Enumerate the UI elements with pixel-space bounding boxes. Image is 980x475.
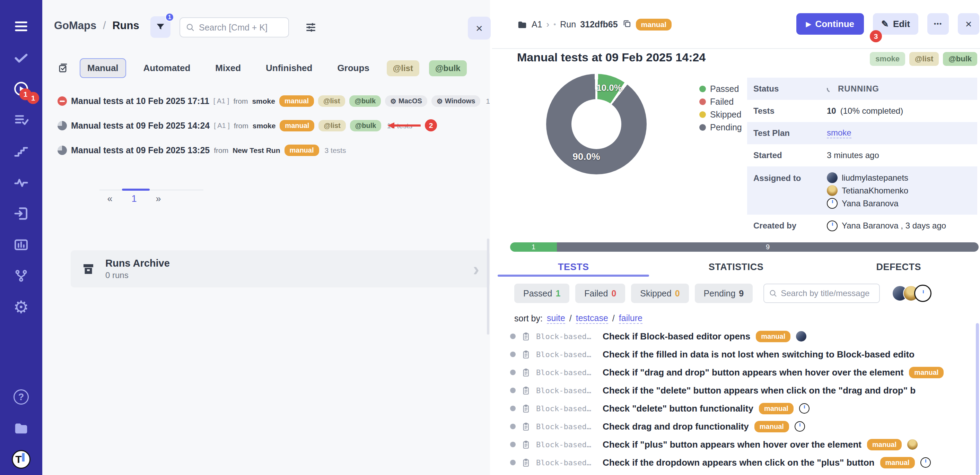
tag-manual: manual [756, 331, 791, 342]
avatar [914, 285, 931, 302]
clipboard-icon [521, 422, 531, 431]
run-type-tab[interactable]: Mixed [208, 58, 248, 78]
run-type-tab[interactable]: Manual [80, 58, 126, 78]
runs-search-input[interactable] [199, 22, 283, 33]
annotation-step-2: 2 [425, 119, 437, 131]
tag-list[interactable]: @list [909, 52, 939, 66]
steps-icon[interactable] [0, 135, 42, 167]
run-list-item[interactable]: Manual tests at 09 Feb 2025 14:24 [ A1 ]… [42, 113, 490, 138]
tag-bulk[interactable]: @bulk [943, 52, 977, 66]
more-options-button[interactable]: ••• [928, 13, 949, 35]
assignee[interactable]: liudmylastepanets [827, 171, 977, 184]
user-logo-avatar[interactable]: T▌ [0, 444, 42, 475]
test-row[interactable]: Block-based… Check if "drag and drop" bu… [510, 363, 976, 381]
run-type-tab[interactable]: Groups [329, 58, 377, 78]
playlist-check-icon[interactable] [0, 104, 42, 135]
tag-manual[interactable]: manual [280, 120, 314, 131]
sort-by-failure[interactable]: failure [619, 313, 643, 324]
breadcrumb-project[interactable]: GoMaps [54, 19, 96, 32]
branch-icon[interactable] [0, 260, 42, 292]
assignee[interactable]: Yana Baranova [827, 197, 977, 210]
copy-icon[interactable] [622, 19, 632, 30]
details-tab[interactable]: DEFECTS [818, 258, 980, 276]
test-status-dot [510, 370, 515, 375]
tag-filter-bulk[interactable]: @bulk [429, 61, 467, 76]
test-row[interactable]: Block-based… Check if Block-based editor… [510, 327, 976, 345]
tag-list[interactable]: @list [318, 120, 345, 131]
info-row-created: Created by Yana Baranova , 3 days ago [747, 215, 977, 237]
menu-icon[interactable] [0, 11, 42, 42]
sort-by-testcase[interactable]: testcase [576, 313, 608, 324]
pagination-active-indicator [122, 189, 150, 191]
status-filter-button[interactable]: Passed 1 [514, 284, 570, 303]
status-filter-button[interactable]: Skipped 0 [631, 284, 689, 303]
assignee-avatar-stack[interactable] [892, 285, 931, 302]
page-prev-button[interactable]: « [103, 193, 117, 204]
test-suite-name: Block-based… [536, 332, 595, 341]
status-filter-button[interactable]: Failed 0 [575, 284, 625, 303]
run-type-tab[interactable]: Automated [136, 58, 198, 78]
details-tab[interactable]: TESTS [492, 258, 655, 276]
folder-icon [517, 19, 527, 30]
page-number[interactable]: 1 [127, 193, 141, 204]
help-icon[interactable]: ? [0, 381, 42, 413]
test-status-dot [510, 424, 515, 429]
run-id: 312dfb65 [580, 19, 617, 29]
bar-chart-icon[interactable] [0, 229, 42, 260]
test-suite-name: Block-based… [536, 440, 595, 449]
select-all-icon[interactable] [57, 63, 68, 74]
run-list-item[interactable]: Manual tests at 09 Feb 2025 13:25 from N… [42, 138, 490, 163]
run-type-tab[interactable]: Unfinished [258, 58, 320, 78]
annotation-step-3: 3 [870, 30, 882, 42]
test-row[interactable]: Block-based… Check if the filled in data… [510, 345, 976, 363]
tests-search [764, 284, 880, 303]
avatar [920, 457, 931, 468]
status-filter-button[interactable]: Pending 9 [695, 284, 753, 303]
test-row[interactable]: Block-based… Check if "plus" button appe… [510, 435, 976, 454]
tag-manual: manual [636, 19, 672, 30]
test-plan-link[interactable]: smoke [827, 128, 851, 138]
tag-smoke[interactable]: smoke [870, 52, 905, 66]
tag-manual[interactable]: manual [279, 96, 314, 107]
continue-button[interactable]: ▶ Continue [796, 13, 864, 35]
runs-archive-card[interactable]: Runs Archive 0 runs › [71, 250, 490, 287]
filter-count-badge: 1 [165, 13, 174, 22]
tag-bulk[interactable]: @bulk [350, 120, 382, 131]
gear-icon[interactable]: ⚙ [0, 292, 42, 323]
tag-env-macos[interactable]: ⚙MacOS [385, 96, 427, 107]
test-row[interactable]: Block-based… Check "delete" button funct… [510, 399, 976, 418]
test-row[interactable]: Block-based… manual [510, 472, 976, 475]
test-row[interactable]: Block-based… Check if the "delete" butto… [510, 381, 976, 399]
tag-bulk[interactable]: @bulk [349, 96, 381, 107]
page-next-button[interactable]: » [151, 193, 165, 204]
tests-search-input[interactable] [781, 289, 874, 298]
assignee[interactable]: TetianaKhomenko [827, 184, 977, 197]
clipboard-icon [521, 350, 531, 359]
run-progress-bar: 1 9 [510, 242, 978, 252]
sort-by-suite[interactable]: suite [547, 313, 565, 324]
test-row[interactable]: Block-based… Check drag and drop functio… [510, 418, 976, 435]
run-list-item[interactable]: Manual tests at 10 Feb 2025 17:11 [ A1 ]… [42, 89, 490, 113]
view-settings-icon[interactable] [304, 21, 317, 34]
close-button[interactable]: × [958, 13, 979, 35]
tag-filter-list[interactable]: @list [387, 61, 419, 76]
chevron-icon: › [546, 19, 550, 30]
left-panel-scrollbar[interactable] [487, 239, 489, 335]
breadcrumb-suite[interactable]: A1 [531, 19, 542, 29]
panel-close-button[interactable]: × [468, 17, 491, 40]
sign-in-icon[interactable] [0, 198, 42, 229]
tag-env-windows[interactable]: ⚙Windows [431, 96, 480, 107]
tag-manual[interactable]: manual [285, 145, 319, 156]
details-tab[interactable]: STATISTICS [655, 258, 817, 276]
tag-list[interactable]: @list [318, 96, 345, 107]
filter-button[interactable]: 1 [150, 16, 170, 38]
test-status-dot [510, 406, 515, 411]
sort-bar: sort by: suite / testcase / failure [514, 313, 643, 324]
tests-scrollbar[interactable] [976, 323, 979, 475]
legend-item: Passed [699, 83, 742, 96]
checkmark-icon[interactable] [0, 42, 42, 73]
test-row[interactable]: Block-based… Check if the dropdown appea… [510, 454, 976, 472]
activity-pulse-icon[interactable] [0, 167, 42, 198]
folder-icon[interactable] [0, 413, 42, 444]
test-suite-name: Block-based… [536, 404, 595, 413]
